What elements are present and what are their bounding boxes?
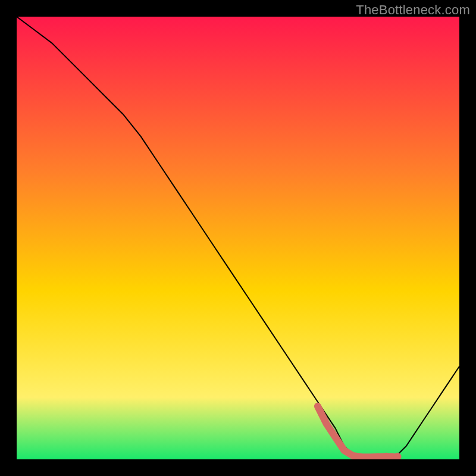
chart-plot [17, 17, 459, 459]
watermark-text: TheBottleneck.com [356, 2, 470, 18]
chart-frame: TheBottleneck.com [0, 0, 476, 476]
plot-background [17, 17, 459, 459]
